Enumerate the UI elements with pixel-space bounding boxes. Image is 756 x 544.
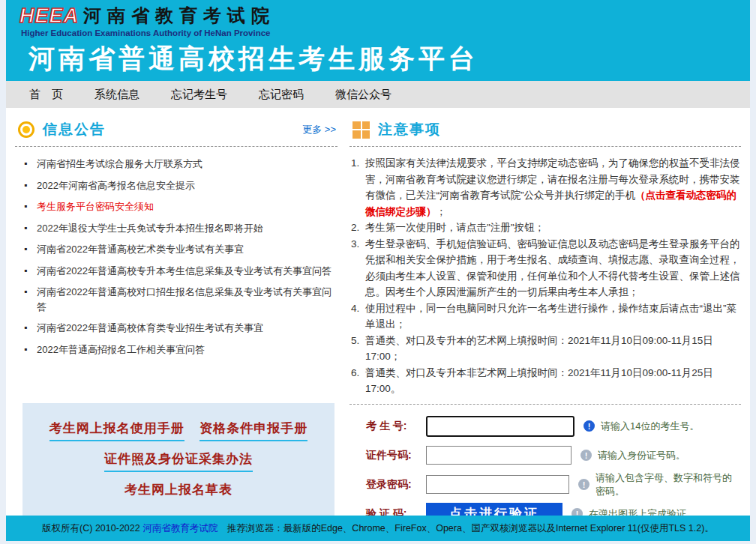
id-number-row: 证件号码: ! 请输入身份证号码。 (350, 444, 741, 467)
browser-recommendation: 推荐浏览器：最新版的Edge、Chrome、FireFox、Opera、国产双核… (218, 522, 714, 535)
candidate-id-hint: 请输入14位的考生号。 (601, 420, 699, 433)
page-title: 河南省普通高校招生考生服务平台 (28, 41, 750, 76)
manual-link-registration-guide[interactable]: 考生网上报名使用手册 (50, 420, 184, 441)
bulletin-item[interactable]: 2022年普通高招报名工作相关事宜问答 (24, 342, 338, 357)
captcha-row: 验 证 码: 点击进行验证 ! 在弹出图形上完成验证。 (350, 503, 741, 516)
footer-org-link[interactable]: 河南省教育考试院 (142, 522, 218, 535)
note-number: 3. (351, 236, 359, 253)
manual-row: 证件照及身份证采集办法 (28, 450, 328, 472)
manuals-box: 考生网上报名使用手册 资格条件申报手册 证件照及身份证采集办法 考生网上报名草表 (22, 403, 334, 516)
bulletin-item[interactable]: 河南省2022年普通高校艺术类专业考试有关事宜 (24, 242, 338, 257)
manual-link-qualification-guide[interactable]: 资格条件申报手册 (200, 420, 308, 441)
bulletin-title: 信息公告 (43, 120, 106, 139)
org-name-en: Higher Education Examinations Authority … (21, 28, 750, 37)
note-number: 5. (351, 333, 359, 349)
nav-item-forgot-password[interactable]: 忘记密码 (243, 88, 320, 102)
nav-item-home[interactable]: 首 页 (14, 88, 79, 102)
note-number: 4. (351, 300, 359, 317)
note-item: 3.考生登录密码、手机短信验证码、密码验证信息以及动态密码是考生登录服务平台的凭… (351, 236, 741, 300)
note-item: 2.考生第一次使用时，请点击"注册"按钮； (351, 220, 741, 236)
bulletin-item[interactable]: 2022年退役大学生士兵免试专升本招生报名即将开始 (24, 221, 338, 236)
note-number: 1. (351, 155, 359, 172)
note-text: 普通类、对口及专升本的艺术网上填报时间：2021年11月10日09:00-11月… (365, 335, 713, 363)
bulletin-header: 信息公告 更多 >> (15, 118, 338, 147)
bulletin-item[interactable]: 河南省2022年普通高校体育类专业招生考试有关事宜 (24, 321, 338, 336)
note-number: 2. (351, 220, 359, 236)
notes-and-login-section: 注意事项 1.按照国家有关法律法规要求，平台支持绑定动态密码，为了确保您的权益不… (342, 108, 750, 516)
copyright-text: 版权所有(C) 2010-2022 (42, 522, 142, 535)
manual-row: 考生网上报名草表 (28, 481, 328, 501)
verify-button[interactable]: 点击进行验证 (426, 503, 562, 516)
bulletin-item[interactable]: 河南省招生考试综合服务大厅联系方式 (24, 157, 338, 172)
form-separator (350, 404, 741, 405)
site-footer: 版权所有(C) 2010-2022 河南省教育考试院 推荐浏览器：最新版的Edg… (6, 516, 750, 541)
note-number: 6. (351, 365, 359, 381)
note-text: 考生第一次使用时，请点击"注册"按钮； (365, 222, 544, 233)
captcha-label: 验 证 码: (366, 507, 420, 516)
note-text: 考生登录密码、手机短信验证码、密码验证信息以及动态密码是考生登录服务平台的凭据和… (365, 238, 740, 298)
site-header: HEEA 河南省教育考试院 Higher Education Examinati… (6, 0, 750, 81)
candidate-id-label: 考 生 号: (366, 420, 420, 433)
org-name-cn: 河南省教育考试院 (83, 4, 275, 28)
bulletin-item[interactable]: 2022年河南省高考报名信息安全提示 (24, 178, 338, 193)
nav-item-wechat-account[interactable]: 微信公众号 (320, 88, 407, 102)
manual-link-draft-form[interactable]: 考生网上报名草表 (124, 481, 232, 501)
password-input[interactable] (426, 475, 569, 494)
id-number-hint: 请输入身份证号码。 (598, 449, 686, 462)
id-number-label: 证件号码: (366, 449, 420, 462)
note-item: 1.按照国家有关法律法规要求，平台支持绑定动态密码，为了确保您的权益不受非法侵害… (351, 155, 741, 220)
main-content: 信息公告 更多 >> 河南省招生考试综合服务大厅联系方式2022年河南省高考报名… (6, 108, 750, 516)
info-icon: ! (572, 508, 583, 516)
nav-item-system-info[interactable]: 系统信息 (79, 88, 155, 102)
note-item: 6.普通类、对口及专升本非艺术网上填报时间：2021年11月10日09:00-1… (351, 365, 741, 397)
manual-link-photo-id-collection[interactable]: 证件照及身份证采集办法 (104, 450, 253, 472)
login-form: 考 生 号: ! 请输入14位的考生号。 证件号码: ! 请输入身份证号码。 登… (350, 415, 741, 516)
nav-item-forgot-candidate-id[interactable]: 忘记考生号 (155, 88, 243, 102)
ring-icon (20, 124, 32, 136)
bulletin-list: 河南省招生考试综合服务大厅联系方式2022年河南省高考报名信息安全提示考生服务平… (15, 157, 338, 357)
captcha-hint: 在弹出图形上完成验证。 (589, 507, 696, 516)
bulletin-item[interactable]: 考生服务平台密码安全须知 (24, 199, 338, 214)
bulletin-section: 信息公告 更多 >> 河南省招生考试综合服务大厅联系方式2022年河南省高考报名… (6, 108, 342, 516)
grid-icon (352, 121, 370, 139)
note-text: 普通类、对口及专升本非艺术网上填报时间：2021年11月10日09:00-11月… (365, 367, 713, 395)
password-label: 登录密码: (366, 478, 420, 492)
note-text: ； (436, 206, 447, 217)
more-link[interactable]: 更多 >> (302, 123, 336, 136)
password-hint: 请输入包含字母、数字和符号的密码。 (596, 471, 741, 498)
org-logo-block: HEEA 河南省教育考试院 (16, 4, 750, 28)
heea-logo-icon: HEEA (16, 4, 83, 28)
bulletin-item[interactable]: 河南省2022年普通高校对口招生报名信息采集及专业考试有关事宜问答 (24, 285, 338, 314)
id-number-input[interactable] (426, 446, 572, 465)
main-nav: 首 页 系统信息 忘记考生号 忘记密码 微信公众号 (6, 81, 750, 108)
info-icon: ! (580, 450, 592, 461)
info-icon: ! (584, 420, 595, 432)
manual-row: 考生网上报名使用手册 资格条件申报手册 (28, 420, 328, 441)
note-item: 5.普通类、对口及专升本的艺术网上填报时间：2021年11月10日09:00-1… (351, 333, 741, 365)
candidate-id-input[interactable] (426, 416, 574, 437)
info-icon: ! (578, 479, 590, 490)
note-text: 使用过程中，同一台电脑同时只允许一名考生进行操作，操作结束后请点击“退出”菜单退… (365, 303, 736, 330)
candidate-id-row: 考 生 号: ! 请输入14位的考生号。 (350, 415, 741, 438)
note-item: 4.使用过程中，同一台电脑同时只允许一名考生进行操作，操作结束后请点击“退出”菜… (351, 300, 741, 333)
notes-list: 1.按照国家有关法律法规要求，平台支持绑定动态密码，为了确保您的权益不受非法侵害… (350, 155, 741, 397)
notes-title: 注意事项 (378, 120, 441, 139)
page-container: HEEA 河南省教育考试院 Higher Education Examinati… (0, 0, 756, 541)
password-row: 登录密码: ! 请输入包含字母、数字和符号的密码。 (350, 474, 741, 496)
bulletin-item[interactable]: 河南省2022年普通高校专升本考生信息采集及专业考试有关事宜问答 (24, 264, 338, 279)
notes-header: 注意事项 (350, 118, 741, 147)
